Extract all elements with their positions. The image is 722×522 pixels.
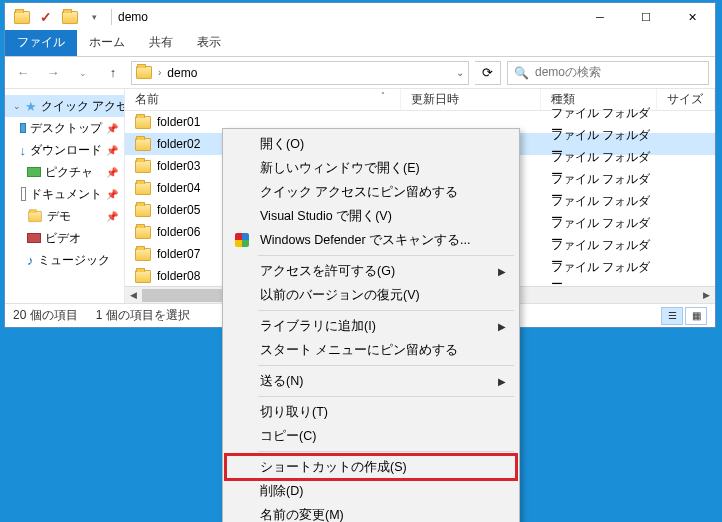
menu-item-label: ライブラリに追加(I)	[260, 318, 376, 335]
tab-share[interactable]: 共有	[137, 30, 185, 56]
menu-item-17[interactable]: ショートカットの作成(S)	[226, 455, 516, 479]
title-separator	[111, 9, 112, 25]
menu-item-label: 以前のバージョンの復元(V)	[260, 287, 420, 304]
sidebar-item-label: ビデオ	[45, 230, 81, 247]
sidebar-item-7[interactable]: ♪ミュージック	[5, 249, 124, 271]
navigation-pane[interactable]: ⌄★クイック アクセスデスクトップ📌↓ダウンロード📌ピクチャ📌ドキュメント📌デモ…	[5, 89, 125, 303]
menu-item-label: クイック アクセスにピン留めする	[260, 184, 458, 201]
submenu-arrow-icon: ▶	[498, 376, 506, 387]
sidebar-item-3[interactable]: ピクチャ📌	[5, 161, 124, 183]
menu-item-10[interactable]: スタート メニューにピン留めする	[226, 338, 516, 362]
minimize-button[interactable]: ─	[577, 3, 623, 31]
menu-item-9[interactable]: ライブラリに追加(I)▶	[226, 314, 516, 338]
nav-forward-button[interactable]: →	[41, 61, 65, 85]
file-name: folder03	[157, 159, 200, 173]
tab-home[interactable]: ホーム	[77, 30, 137, 56]
scroll-right-button[interactable]: ▶	[698, 287, 715, 303]
ribbon-tabs: ファイル ホーム 共有 表示	[5, 31, 715, 57]
sidebar-item-4[interactable]: ドキュメント📌	[5, 183, 124, 205]
address-bar[interactable]: › demo ⌄	[131, 61, 469, 85]
folder-icon	[135, 160, 151, 173]
sidebar-item-1[interactable]: デスクトップ📌	[5, 117, 124, 139]
address-bar-row: ← → ⌄ ↑ › demo ⌄ ⟳ 🔍 demoの検索	[5, 57, 715, 89]
shield-icon	[233, 231, 251, 249]
chevron-right-icon: ›	[158, 67, 161, 78]
file-name: folder05	[157, 203, 200, 217]
sidebar-item-5[interactable]: デモ📌	[5, 205, 124, 227]
sort-arrow-icon: ˄	[381, 91, 385, 100]
file-name: folder02	[157, 137, 200, 151]
qat-properties-icon[interactable]: ✓	[35, 6, 57, 28]
pin-icon: 📌	[106, 211, 118, 222]
search-box[interactable]: 🔍 demoの検索	[507, 61, 709, 85]
column-date[interactable]: 更新日時	[401, 89, 541, 110]
menu-item-14[interactable]: 切り取り(T)	[226, 400, 516, 424]
scroll-left-button[interactable]: ◀	[125, 287, 142, 303]
file-name: folder06	[157, 225, 200, 239]
sidebar-item-6[interactable]: ビデオ	[5, 227, 124, 249]
sidebar-item-2[interactable]: ↓ダウンロード📌	[5, 139, 124, 161]
qat-folder-icon[interactable]	[11, 6, 33, 28]
tab-file[interactable]: ファイル	[5, 30, 77, 56]
view-details-button[interactable]: ☰	[661, 307, 683, 325]
address-dropdown-icon[interactable]: ⌄	[456, 67, 464, 78]
menu-item-0[interactable]: 開く(O)	[226, 132, 516, 156]
view-icons-button[interactable]: ▦	[685, 307, 707, 325]
sidebar-item-label: ドキュメント	[30, 186, 102, 203]
menu-separator	[258, 396, 514, 397]
submenu-arrow-icon: ▶	[498, 321, 506, 332]
sidebar-item-label: ダウンロード	[30, 142, 102, 159]
menu-item-label: ショートカットの作成(S)	[260, 459, 407, 476]
search-icon: 🔍	[514, 66, 529, 80]
menu-item-4[interactable]: Windows Defender でスキャンする...	[226, 228, 516, 252]
pin-icon: 📌	[106, 189, 118, 200]
qat-new-folder-icon[interactable]	[59, 6, 81, 28]
sidebar-item-label: デスクトップ	[30, 120, 102, 137]
menu-item-label: アクセスを許可する(G)	[260, 263, 395, 280]
nav-back-button[interactable]: ←	[11, 61, 35, 85]
menu-item-7[interactable]: 以前のバージョンの復元(V)	[226, 283, 516, 307]
menu-item-6[interactable]: アクセスを許可する(G)▶	[226, 259, 516, 283]
menu-item-3[interactable]: Visual Studio で開く(V)	[226, 204, 516, 228]
folder-icon	[135, 182, 151, 195]
tab-view[interactable]: 表示	[185, 30, 233, 56]
view-buttons: ☰ ▦	[661, 307, 707, 325]
title-bar[interactable]: ✓ ▾ demo ─ ☐ ✕	[5, 3, 715, 31]
sidebar-item-0[interactable]: ⌄★クイック アクセス	[5, 95, 124, 117]
menu-item-15[interactable]: コピー(C)	[226, 424, 516, 448]
nav-recent-dropdown[interactable]: ⌄	[71, 61, 95, 85]
menu-item-2[interactable]: クイック アクセスにピン留めする	[226, 180, 516, 204]
address-folder-name: demo	[167, 66, 197, 80]
menu-item-1[interactable]: 新しいウィンドウで開く(E)	[226, 156, 516, 180]
close-button[interactable]: ✕	[669, 3, 715, 31]
menu-item-label: コピー(C)	[260, 428, 316, 445]
nav-up-button[interactable]: ↑	[101, 61, 125, 85]
folder-icon	[135, 226, 151, 239]
menu-item-19[interactable]: 名前の変更(M)	[226, 503, 516, 522]
menu-separator	[258, 310, 514, 311]
quick-access-toolbar: ✓ ▾	[5, 6, 105, 28]
menu-separator	[258, 255, 514, 256]
check-icon: ✓	[40, 9, 52, 25]
maximize-button[interactable]: ☐	[623, 3, 669, 31]
file-name: folder01	[157, 115, 200, 129]
column-name[interactable]: 名前˄	[125, 89, 401, 110]
menu-item-18[interactable]: 削除(D)	[226, 479, 516, 503]
file-name: folder07	[157, 247, 200, 261]
menu-item-12[interactable]: 送る(N)▶	[226, 369, 516, 393]
folder-icon	[135, 116, 151, 129]
menu-item-label: 名前の変更(M)	[260, 507, 344, 523]
menu-item-label: Visual Studio で開く(V)	[260, 208, 392, 225]
qat-dropdown[interactable]: ▾	[83, 6, 105, 28]
column-size[interactable]: サイズ	[657, 89, 715, 110]
menu-item-label: 削除(D)	[260, 483, 303, 500]
refresh-button[interactable]: ⟳	[475, 61, 501, 85]
menu-separator	[258, 365, 514, 366]
menu-item-label: 新しいウィンドウで開く(E)	[260, 160, 420, 177]
file-name: folder08	[157, 269, 200, 283]
context-menu[interactable]: 開く(O)新しいウィンドウで開く(E)クイック アクセスにピン留めするVisua…	[222, 128, 520, 522]
pin-icon: 📌	[106, 167, 118, 178]
sidebar-item-label: クイック アクセス	[41, 98, 125, 115]
menu-item-label: スタート メニューにピン留めする	[260, 342, 458, 359]
folder-icon	[135, 204, 151, 217]
